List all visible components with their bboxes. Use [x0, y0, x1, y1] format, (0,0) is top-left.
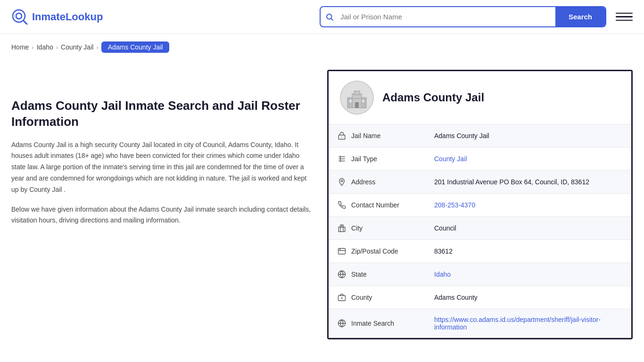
label-text: County: [351, 294, 372, 301]
table-row: Zip/Postal Code 83612: [329, 240, 631, 263]
row-value: Adams County Jail: [426, 124, 631, 148]
search-icon: [321, 13, 339, 21]
breadcrumb-home[interactable]: Home: [11, 43, 29, 51]
svg-rect-8: [348, 98, 350, 108]
jail-avatar: [340, 81, 374, 115]
breadcrumb-sep-3: ›: [96, 44, 98, 51]
row-label: State: [337, 270, 417, 279]
breadcrumb-sep-1: ›: [32, 44, 33, 51]
city-icon: [337, 223, 347, 233]
row-value[interactable]: Idaho: [426, 263, 631, 286]
search-bar: Search: [320, 6, 606, 27]
svg-line-4: [331, 18, 333, 20]
row-link[interactable]: Idaho: [434, 271, 451, 278]
table-row: Inmate Search https://www.co.adams.id.us…: [329, 309, 631, 338]
svg-rect-9: [351, 98, 353, 108]
label-text: Zip/Postal Code: [351, 247, 398, 255]
inmate-icon: [337, 319, 347, 328]
svg-line-2: [24, 21, 27, 24]
logo-text: InmateLookup: [32, 11, 103, 23]
svg-rect-7: [354, 91, 360, 95]
page-title: Adams County Jail Inmate Search and Jail…: [11, 98, 313, 130]
table-row: County Adams County: [329, 286, 631, 309]
row-link[interactable]: 208-253-4370: [434, 201, 475, 209]
row-label: Inmate Search: [337, 319, 417, 328]
table-row: City Council: [329, 217, 631, 240]
phone-icon: [337, 200, 347, 210]
row-label: Zip/Postal Code: [337, 247, 417, 256]
row-label: County: [337, 293, 417, 302]
header: InmateLookup Search: [0, 0, 644, 34]
address-icon: [337, 177, 347, 187]
breadcrumb-idaho[interactable]: Idaho: [37, 43, 53, 51]
label-text: State: [351, 271, 367, 278]
search-input[interactable]: [339, 8, 555, 25]
card-header: Adams County Jail: [329, 71, 631, 124]
state-icon: [337, 270, 347, 279]
svg-point-21: [341, 180, 343, 182]
main-content: Adams County Jail Inmate Search and Jail…: [0, 60, 644, 358]
label-text: City: [351, 224, 363, 232]
table-row: Jail Name Adams County Jail: [329, 124, 631, 148]
label-text: Address: [351, 178, 375, 186]
svg-point-3: [327, 14, 332, 19]
table-row: Jail Type County Jail: [329, 148, 631, 171]
row-value[interactable]: County Jail: [426, 148, 631, 171]
svg-rect-12: [355, 102, 359, 108]
row-value[interactable]: https://www.co.adams.id.us/department/sh…: [426, 309, 631, 338]
label-text: Inmate Search: [351, 320, 394, 327]
label-text: Contact Number: [351, 201, 399, 209]
search-area: Search: [320, 6, 633, 27]
table-row: Address 201 Industrial Avenue PO Box 64,…: [329, 171, 631, 194]
row-label: Address: [337, 177, 417, 187]
row-label: Jail Type: [337, 154, 417, 164]
menu-icon[interactable]: [616, 8, 633, 25]
table-row: Contact Number 208-253-4370: [329, 194, 631, 217]
jail-icon: [337, 131, 347, 140]
row-value: 201 Industrial Avenue PO Box 64, Council…: [426, 171, 631, 194]
svg-rect-10: [361, 98, 363, 108]
search-button[interactable]: Search: [555, 7, 605, 26]
row-link[interactable]: https://www.co.adams.id.us/department/sh…: [434, 316, 601, 331]
breadcrumb-county-jail[interactable]: County Jail: [61, 43, 93, 51]
svg-rect-13: [349, 100, 352, 102]
county-icon: [337, 293, 347, 302]
row-link[interactable]: County Jail: [434, 155, 467, 163]
row-label: Contact Number: [337, 200, 417, 210]
logo-icon: [11, 8, 28, 25]
row-label: City: [337, 223, 417, 233]
svg-rect-14: [362, 100, 364, 102]
page-description-2: Below we have given information about th…: [11, 204, 313, 227]
logo[interactable]: InmateLookup: [11, 8, 103, 25]
breadcrumb: Home › Idaho › County Jail › Adams Count…: [0, 34, 644, 60]
row-label: Jail Name: [337, 131, 417, 140]
row-value[interactable]: 208-253-4370: [426, 194, 631, 217]
svg-rect-11: [364, 98, 365, 108]
label-text: Jail Type: [351, 155, 377, 163]
zip-icon: [337, 247, 347, 256]
svg-rect-22: [339, 227, 345, 232]
table-row: State Idaho: [329, 263, 631, 286]
breadcrumb-sep-2: ›: [56, 44, 58, 51]
info-table: Jail Name Adams County Jail Jail Type Co…: [329, 124, 631, 338]
building-icon: [344, 84, 370, 111]
svg-rect-25: [339, 248, 346, 254]
type-icon: [337, 154, 347, 164]
info-card: Adams County Jail Jail Name Adams County…: [327, 70, 633, 339]
row-value: Adams County: [426, 286, 631, 309]
svg-point-1: [16, 13, 22, 19]
card-title: Adams County Jail: [382, 91, 484, 104]
page-description-1: Adams County Jail is a high security Cou…: [11, 140, 313, 196]
left-panel: Adams County Jail Inmate Search and Jail…: [11, 70, 313, 226]
breadcrumb-active: Adams County Jail: [101, 41, 170, 53]
label-text: Jail Name: [351, 132, 380, 140]
row-value: 83612: [426, 240, 631, 263]
row-value: Council: [426, 217, 631, 240]
